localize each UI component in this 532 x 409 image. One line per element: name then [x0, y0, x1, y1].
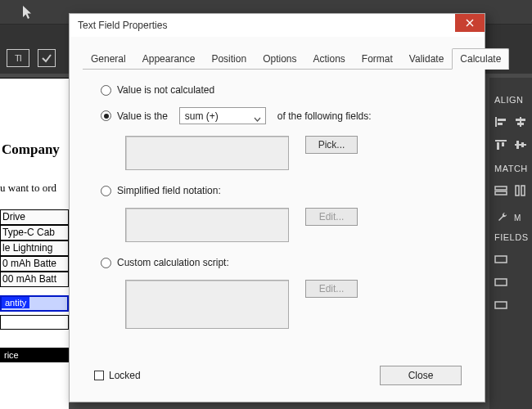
close-button[interactable]: Close [380, 366, 462, 385]
checkbox-icon [94, 371, 104, 380]
radio-label: Value is the [117, 110, 168, 122]
edit-label: Edit... [319, 211, 345, 222]
close-label: Close [408, 370, 434, 381]
dark-form-field[interactable]: rice [0, 348, 69, 362]
dialog-footer: Locked Close [83, 359, 471, 392]
arrow-cursor-icon[interactable] [21, 5, 34, 20]
radio-label: Value is not calculated [117, 84, 214, 96]
svg-rect-5 [517, 123, 524, 125]
field-item-icon[interactable] [494, 276, 507, 288]
table-row[interactable]: Type-C Cab [0, 225, 69, 240]
tab-validate[interactable]: Validate [401, 48, 452, 70]
svg-rect-17 [495, 279, 507, 285]
svg-rect-4 [516, 119, 525, 121]
checkbox-tool-icon[interactable] [38, 49, 56, 67]
order-text: u want to ord [0, 182, 56, 195]
radio-custom-script[interactable]: Custom calculation script: [101, 257, 460, 268]
selected-form-field[interactable]: antity [0, 295, 69, 312]
match-width-icon[interactable] [494, 185, 507, 196]
tab-calculate[interactable]: Calculate [452, 48, 509, 70]
locked-checkbox[interactable]: Locked [94, 370, 141, 381]
custom-script-box [125, 280, 289, 329]
svg-rect-10 [516, 141, 519, 149]
radio-label: Custom calculation script: [117, 257, 229, 268]
tab-strip: General Appearance Position Options Acti… [83, 48, 471, 70]
field-item-icon[interactable] [494, 299, 507, 311]
tab-actions[interactable]: Actions [304, 48, 353, 70]
locked-label: Locked [109, 370, 141, 381]
table-row[interactable] [0, 315, 69, 330]
pick-label: Pick... [318, 139, 345, 151]
svg-rect-13 [495, 191, 507, 195]
field-item-icon[interactable] [494, 254, 507, 265]
align-middle-icon[interactable] [514, 139, 527, 151]
simplified-expression-box [125, 208, 289, 242]
svg-rect-0 [495, 117, 497, 127]
svg-rect-11 [521, 142, 524, 147]
svg-rect-15 [521, 186, 525, 196]
svg-rect-1 [498, 119, 506, 121]
fields-heading: FIELDS [489, 227, 532, 250]
tab-position[interactable]: Position [203, 48, 255, 70]
edit-label: Edit... [319, 283, 345, 294]
radio-label: Simplified field notation: [117, 185, 221, 196]
match-heading: MATCH [489, 159, 532, 182]
radio-value-is-the[interactable]: Value is the sum (+) of the following fi… [101, 107, 460, 124]
svg-rect-14 [516, 186, 519, 196]
tab-appearance[interactable]: Appearance [134, 48, 204, 70]
radio-simplified[interactable]: Simplified field notation: [101, 185, 460, 196]
svg-rect-12 [495, 187, 507, 190]
match-height-icon[interactable] [514, 185, 527, 196]
chevron-down-icon [254, 113, 261, 118]
svg-rect-7 [497, 142, 499, 150]
selected-fields-list[interactable] [125, 136, 289, 170]
tab-options[interactable]: Options [255, 48, 304, 70]
right-panel: ALIGN MATCH M FIELDS [489, 78, 532, 409]
aggregate-select[interactable]: sum (+) [179, 107, 266, 124]
dark-field-label: rice [4, 350, 19, 360]
text-field-properties-dialog: Text Field Properties General Appearance… [69, 13, 485, 402]
item-cells: Drive Type-C Cab le Lightning 0 mAh Batt… [0, 209, 69, 362]
textfield-tool-icon[interactable]: TI [7, 49, 29, 67]
selected-field-label: antity [2, 297, 29, 308]
align-top-icon[interactable] [494, 139, 507, 151]
svg-rect-8 [502, 142, 504, 146]
edit-simplified-button: Edit... [305, 208, 358, 226]
svg-rect-18 [495, 302, 507, 308]
close-icon[interactable] [455, 14, 485, 32]
company-heading: Company [2, 142, 60, 158]
tools-header[interactable]: M [489, 204, 532, 227]
document-preview: Company u want to ord Drive Type-C Cab l… [0, 78, 69, 409]
tool-ti-label: TI [15, 53, 21, 63]
align-left-icon[interactable] [494, 116, 507, 128]
radio-icon [101, 258, 111, 268]
svg-rect-2 [498, 123, 503, 125]
pick-button[interactable]: Pick... [305, 136, 358, 154]
radio-not-calculated[interactable]: Value is not calculated [101, 84, 460, 96]
table-row[interactable]: Drive [0, 209, 69, 225]
dialog-title: Text Field Properties [78, 20, 167, 31]
table-row[interactable]: 0 mAh Batte [0, 256, 69, 272]
dialog-body: General Appearance Position Options Acti… [70, 37, 485, 402]
aggregate-value: sum (+) [185, 110, 219, 122]
tools-letter: M [514, 213, 521, 222]
svg-rect-16 [495, 256, 507, 263]
of-following-label: of the following fields: [277, 110, 372, 122]
align-heading: ALIGN [489, 90, 532, 113]
table-row[interactable]: 00 mAh Batt [0, 272, 69, 287]
align-center-icon[interactable] [514, 116, 527, 128]
tab-format[interactable]: Format [354, 48, 401, 70]
table-row[interactable]: le Lightning [0, 240, 69, 256]
svg-rect-6 [495, 140, 507, 142]
radio-icon [101, 85, 111, 96]
svg-rect-3 [520, 117, 521, 127]
radio-icon [101, 186, 111, 196]
dialog-titlebar[interactable]: Text Field Properties [70, 14, 485, 37]
radio-icon [101, 110, 111, 121]
calculate-tab-content: Value is not calculated Value is the sum… [83, 70, 471, 359]
edit-script-button: Edit... [305, 280, 358, 298]
tab-general[interactable]: General [83, 48, 134, 70]
